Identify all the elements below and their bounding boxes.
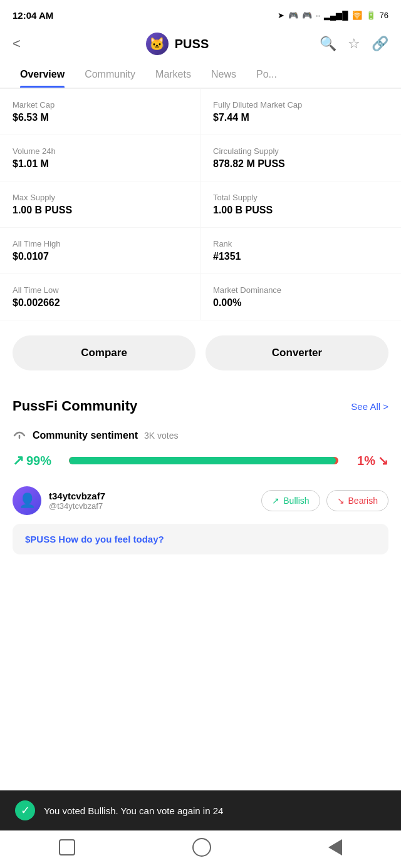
bullish-button[interactable]: ↗ Bullish — [261, 490, 320, 511]
username: t34ytcvbzaf7 — [49, 491, 105, 501]
location-icon: ➤ — [278, 11, 284, 20]
sentiment-row: Community sentiment 3K votes — [13, 427, 388, 444]
search-button[interactable]: 🔍 — [320, 36, 336, 52]
tab-community[interactable]: Community — [75, 60, 145, 88]
stat-all-time-low: All Time Low $0.002662 — [0, 274, 200, 320]
tab-portfolio[interactable]: Po... — [246, 60, 287, 88]
community-header: PussFi Community See All > — [13, 398, 388, 414]
stat-market-dominance: Market Dominance 0.00% — [200, 274, 401, 320]
sentiment-votes: 3K votes — [144, 431, 178, 441]
wifi-icon: 🛜 — [352, 11, 362, 20]
sentiment-label: Community sentiment — [33, 430, 138, 441]
stat-rank: Rank #1351 — [200, 228, 401, 274]
signal-icon: ▂▄▆█ — [324, 11, 348, 20]
stat-market-cap: Market Cap $6.53 M — [0, 89, 200, 135]
user-post-section: 👤 t34ytcvbzaf7 @t34ytcvbzaf7 ↗ Bullish ↘… — [0, 486, 401, 554]
user-avatar: 👤 — [13, 486, 41, 515]
user-info: 👤 t34ytcvbzaf7 @t34ytcvbzaf7 — [13, 486, 105, 515]
vote-buttons: ↗ Bullish ↘ Bearish — [261, 490, 388, 511]
compare-button[interactable]: Compare — [13, 335, 195, 370]
stat-total-supply: Total Supply 1.00 B PUSS — [200, 181, 401, 228]
sentiment-bar-track — [69, 457, 338, 464]
bear-icon: ↘ — [337, 496, 345, 506]
circle-icon — [192, 838, 211, 857]
sentiment-bar-row: ↗ 99% 1% ↘ — [13, 452, 388, 469]
see-all-link[interactable]: See All > — [351, 401, 388, 412]
watchlist-button[interactable]: ☆ — [348, 36, 360, 52]
nav-home-button[interactable] — [192, 838, 211, 857]
converter-button[interactable]: Converter — [206, 335, 388, 370]
nav-back-button[interactable] — [328, 839, 342, 855]
user-details: t34ytcvbzaf7 @t34ytcvbzaf7 — [49, 491, 105, 511]
triangle-icon — [328, 839, 342, 855]
stat-all-time-high: All Time High $0.0107 — [0, 228, 200, 274]
status-icons: ➤ 🎮 🎮 ·· ▂▄▆█ 🛜 🔋 76 — [278, 11, 388, 20]
stat-fully-diluted: Fully Diluted Market Cap $7.44 M — [200, 89, 401, 135]
sentiment-icon — [13, 427, 26, 444]
comment-input-wrapper[interactable]: $PUSS How do you feel today? — [13, 524, 388, 554]
community-title: PussFi Community — [13, 398, 137, 414]
bullish-percentage: ↗ 99% — [13, 452, 63, 469]
sentiment-bar-fill — [69, 457, 336, 464]
status-bar: 12:04 AM ➤ 🎮 🎮 ·· ▂▄▆█ 🛜 🔋 76 — [0, 0, 401, 28]
game-icon: 🎮 — [302, 11, 312, 20]
nav-square-button[interactable] — [59, 839, 75, 855]
discord-icon: 🎮 — [288, 11, 298, 20]
stat-volume: Volume 24h $1.01 M — [0, 135, 200, 181]
bearish-percentage: 1% ↘ — [345, 453, 388, 468]
back-button[interactable]: < — [13, 36, 35, 52]
dots-icon: ·· — [316, 11, 320, 20]
coin-name: PUSS — [175, 37, 209, 51]
bull-icon: ↗ — [272, 496, 279, 506]
app-header: < 🐱 PUSS 🔍 ☆ 🔗 — [0, 28, 401, 60]
comment-input-placeholder: $PUSS How do you feel today? — [25, 534, 376, 544]
user-row: 👤 t34ytcvbzaf7 @t34ytcvbzaf7 ↗ Bullish ↘… — [13, 486, 388, 515]
tab-overview[interactable]: Overview — [10, 60, 75, 88]
user-handle: @t34ytcvbzaf7 — [49, 501, 105, 511]
bear-down-icon: ↘ — [378, 453, 388, 468]
community-section: PussFi Community See All > Community sen… — [0, 385, 401, 469]
coin-title: 🐱 PUSS — [146, 33, 209, 55]
stat-circulating-supply: Circulating Supply 878.82 M PUSS — [200, 135, 401, 181]
tab-news[interactable]: News — [201, 60, 246, 88]
action-buttons: Compare Converter — [0, 320, 401, 385]
bearish-button[interactable]: ↘ Bearish — [326, 490, 388, 511]
square-icon — [59, 839, 75, 855]
bull-up-icon: ↗ — [13, 452, 24, 469]
status-time: 12:04 AM — [13, 10, 53, 21]
coin-logo: 🐱 — [146, 33, 169, 55]
stats-grid: Market Cap $6.53 M Fully Diluted Market … — [0, 88, 401, 320]
main-content: Market Cap $6.53 M Fully Diluted Market … — [0, 88, 401, 554]
toast-message: You voted Bullish. You can vote again in… — [44, 805, 223, 816]
toast-notification: ✓ You voted Bullish. You can vote again … — [0, 790, 401, 830]
tab-bar: Overview Community Markets News Po... — [0, 60, 401, 88]
header-actions: 🔍 ☆ 🔗 — [320, 36, 388, 52]
bottom-nav — [0, 830, 401, 868]
stat-max-supply: Max Supply 1.00 B PUSS — [0, 181, 200, 228]
ticker-tag: $PUSS — [25, 534, 56, 544]
battery-icon: 🔋 — [366, 11, 376, 20]
battery-level: 76 — [380, 11, 388, 20]
tab-markets[interactable]: Markets — [145, 60, 201, 88]
toast-check-icon: ✓ — [15, 800, 35, 820]
share-button[interactable]: 🔗 — [372, 36, 388, 52]
